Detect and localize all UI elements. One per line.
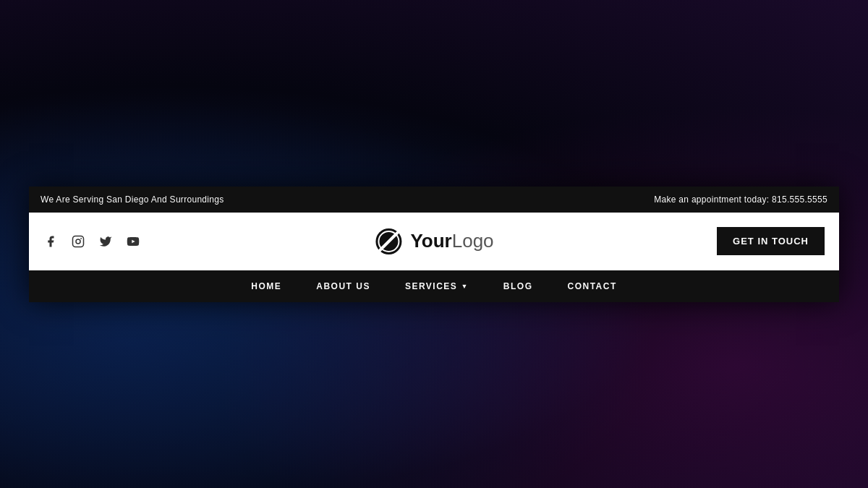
svg-rect-0 [73,236,84,247]
nav-item-services[interactable]: SERVICES ▼ [388,270,486,302]
logo-light-part: Logo [452,230,494,252]
nav-item-home[interactable]: HOME [234,270,299,302]
services-dropdown-icon: ▼ [461,283,468,290]
header-wrapper: We Are Serving San Diego And Surrounding… [29,187,839,302]
top-bar-left: We Are Serving San Diego And Surrounding… [41,194,224,205]
top-bar: We Are Serving San Diego And Surrounding… [29,187,839,213]
nav-item-blog[interactable]: BLOG [486,270,550,302]
logo-icon [374,227,403,256]
logo-bold-part: Your [410,230,451,252]
instagram-icon[interactable] [71,234,85,249]
svg-point-1 [76,239,80,244]
logo[interactable]: YourLogo [374,227,493,256]
twitter-icon[interactable] [98,234,113,249]
get-in-touch-button[interactable]: GET IN TOUCH [717,227,825,255]
svg-point-2 [80,237,82,239]
social-icons [43,234,140,249]
youtube-icon[interactable] [126,234,140,249]
main-header: YourLogo GET IN TOUCH [29,213,839,270]
facebook-icon[interactable] [43,234,58,249]
nav-item-about[interactable]: ABOUT US [299,270,388,302]
nav-item-contact[interactable]: CONTACT [550,270,634,302]
logo-text: YourLogo [410,230,493,252]
top-bar-right: Make an appointment today: 815.555.5555 [654,194,827,205]
navigation-bar: HOME ABOUT US SERVICES ▼ BLOG CONTACT [29,270,839,302]
